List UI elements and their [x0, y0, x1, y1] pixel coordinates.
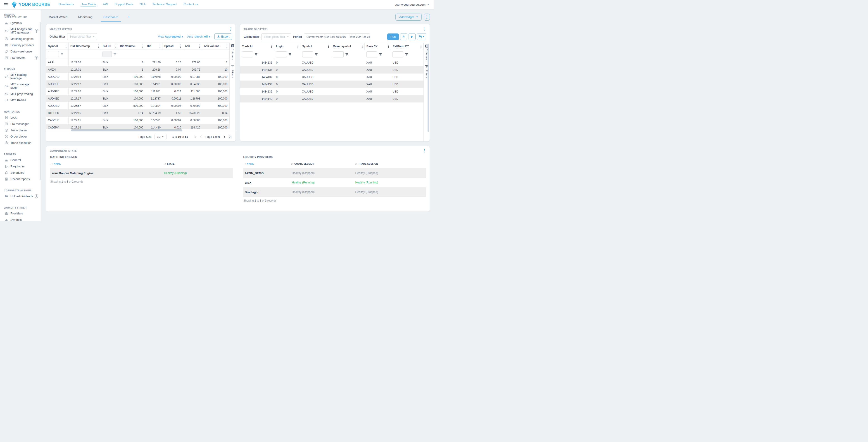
- column-menu-icon[interactable]: [271, 45, 272, 48]
- nav-link-support-desk[interactable]: Support Desk: [115, 2, 133, 7]
- dashboard-menu-button[interactable]: [424, 13, 430, 21]
- sidebar-item-symbols[interactable]: Symbols: [0, 217, 41, 221]
- liquidity-provider-row[interactable]: BidX Healthy (Running) Healthy (Running): [243, 178, 426, 187]
- add-widget-button[interactable]: Add widget▼: [396, 13, 422, 21]
- widget-menu-button[interactable]: [423, 149, 426, 153]
- schedule-button[interactable]: ▼: [417, 33, 426, 40]
- trade-blotter-row[interactable]: 14341360XAUUSDXAUUSD: [240, 59, 424, 66]
- filter-icon[interactable]: [345, 53, 348, 56]
- column-menu-icon[interactable]: [199, 44, 200, 48]
- filter-input-symbol[interactable]: [302, 51, 313, 58]
- liquidity-provider-row[interactable]: Broctagon Healthy (Stopped) Healthy (Sto…: [243, 187, 426, 197]
- liquidity-provider-row[interactable]: AXON_DEMO Healthy (Stopped) Healthy (Sto…: [243, 168, 426, 178]
- market-watch-row[interactable]: BTCUSD12:27:16BidX0.1465734.791.5065736.…: [46, 109, 229, 117]
- market-watch-row[interactable]: AUDNZD12:27:17BidX100,0001.187870.000111…: [46, 95, 229, 102]
- sidebar-item-order-blotter[interactable]: $ Order blotter: [0, 133, 41, 139]
- column-menu-icon[interactable]: [180, 44, 181, 48]
- sort-header-trade-session[interactable]: ↓↑TRADE SESSION: [355, 162, 426, 165]
- tab-dashboard[interactable]: Dashboard: [101, 12, 121, 22]
- column-menu-icon[interactable]: [421, 45, 422, 48]
- column-header-trade-id[interactable]: Trade Id: [240, 43, 274, 50]
- sidebar-item-logs[interactable]: Logs: [0, 114, 41, 121]
- filter-icon[interactable]: [379, 53, 382, 56]
- sidebar-item-recent-reports[interactable]: Recent reports: [0, 176, 41, 182]
- view-mode-dropdown[interactable]: View Aggregated ▼: [158, 35, 183, 38]
- filter-input-base-cy[interactable]: [367, 51, 377, 58]
- columns-panel-icon[interactable]: [231, 44, 235, 48]
- sidebar-item-providers[interactable]: Providers: [0, 210, 41, 217]
- add-tab-button[interactable]: +: [126, 15, 131, 19]
- sidebar-scrollbar[interactable]: [40, 9, 41, 221]
- filter-icon[interactable]: [255, 53, 257, 56]
- column-menu-icon[interactable]: [298, 45, 299, 48]
- trade-blotter-row[interactable]: 14341400XAUUSDXAUUSD: [240, 95, 424, 102]
- column-menu-icon[interactable]: [388, 45, 389, 48]
- vertical-scrollbar[interactable]: [428, 44, 429, 132]
- horizontal-scrollbar[interactable]: [46, 129, 236, 132]
- last-page-icon[interactable]: [229, 135, 231, 138]
- column-menu-icon[interactable]: [66, 44, 66, 48]
- sidebar-item-scheduled[interactable]: Scheduled: [0, 169, 41, 176]
- period-input[interactable]: Current month (Sun 1st Feb 00:00 — Wed 2…: [304, 33, 370, 40]
- column-menu-icon[interactable]: [115, 44, 116, 48]
- sidebar-item-mt5-coverage-plugin[interactable]: MT5 coverage plugin: [0, 81, 41, 91]
- export-button[interactable]: Export: [214, 33, 232, 40]
- market-watch-row[interactable]: CADJPY12:27:16BidX100,000114.4100.010114…: [46, 124, 229, 129]
- sidebar-item-mt4-prop-trading[interactable]: MT4 prop trading: [0, 91, 41, 97]
- logo[interactable]: YOUR BOURSE: [11, 1, 50, 8]
- market-watch-row[interactable]: CADCHF12:27:15BidX100,0000.565710.000090…: [46, 117, 229, 124]
- sidebar-item-upload-dividends[interactable]: Upload dividends: [0, 193, 41, 199]
- column-header-ask-volume[interactable]: Ask Volume: [202, 43, 229, 50]
- global-filter-select[interactable]: Select global filter▼: [261, 33, 291, 40]
- download-button[interactable]: [400, 33, 407, 40]
- column-menu-icon[interactable]: [328, 45, 329, 48]
- tab-monitoring[interactable]: Monitoring: [75, 12, 95, 22]
- sidebar-item-trade-execution[interactable]: $ Trade execution: [0, 139, 41, 146]
- market-watch-row[interactable]: AUDCHF12:27:17BidX100,0000.549210.000090…: [46, 81, 229, 88]
- nav-link-technical-support[interactable]: Technical Support: [152, 2, 177, 7]
- sidebar-item-matching-engines[interactable]: ¥ Matching engines: [0, 35, 41, 42]
- market-watch-row[interactable]: AAPL12:27:06BidX3271.400.25271.651: [46, 59, 229, 66]
- column-header-spread[interactable]: Spread: [162, 43, 183, 50]
- filters-panel-icon[interactable]: [231, 65, 234, 67]
- column-header-bid[interactable]: Bid: [145, 43, 162, 50]
- auto-refresh-dropdown[interactable]: Auto refresh: off ▼: [187, 35, 210, 38]
- market-watch-row[interactable]: AUDJPY12:27:16BidX100,000111.0710.014111…: [46, 88, 229, 95]
- sidebar-item-symbols[interactable]: Symbols: [0, 20, 41, 26]
- columns-panel-tab[interactable]: Columns: [231, 49, 234, 60]
- widget-menu-button[interactable]: [229, 27, 232, 31]
- prev-page-icon[interactable]: [200, 135, 202, 138]
- filter-input-maker-symbol[interactable]: [333, 51, 344, 58]
- column-menu-icon[interactable]: [362, 45, 363, 48]
- filter-input-ref-term-cy[interactable]: [393, 51, 403, 58]
- matching-engine-row[interactable]: Your Bourse Matching Engine Healthy (Run…: [50, 168, 233, 178]
- trade-blotter-row[interactable]: 14341370XAUUSDXAUUSD: [240, 73, 424, 81]
- column-header-login[interactable]: Login: [274, 43, 301, 50]
- filter-input-bid-lp[interactable]: [102, 51, 112, 57]
- filter-icon[interactable]: [61, 53, 63, 56]
- market-watch-row[interactable]: AMZN12:27:01BidX1209.680.04209.7210: [46, 66, 229, 73]
- add-circle-icon[interactable]: [35, 29, 38, 33]
- sidebar-item-fix-messages[interactable]: i FIX messages: [0, 121, 41, 127]
- trade-blotter-row[interactable]: 14341370XAUUSDXAUUSD: [240, 66, 424, 73]
- column-header-ask[interactable]: Ask: [183, 43, 202, 50]
- sidebar-item-trade-blotter[interactable]: $ Trade blotter: [0, 127, 41, 133]
- sidebar-item-data-warehouse[interactable]: Data warehouse: [0, 48, 41, 55]
- column-header-ref-term-cy[interactable]: Ref/Term CY: [391, 43, 423, 50]
- first-page-icon[interactable]: [194, 135, 196, 138]
- market-watch-row[interactable]: AUDCAD12:27:16BidX100,0000.970780.000090…: [46, 73, 229, 81]
- filter-icon[interactable]: [405, 53, 408, 56]
- column-menu-icon[interactable]: [226, 44, 227, 48]
- column-header-bid-volume[interactable]: Bid Volume: [118, 43, 145, 50]
- sort-header-name[interactable]: ↓↑NAME: [243, 162, 291, 165]
- trade-blotter-row[interactable]: 14341380XAUUSDXAUUSD: [240, 81, 424, 88]
- sidebar-item-mt5-floating-leverage[interactable]: MT5 floating leverage: [0, 72, 41, 81]
- column-header-bid-timestamp[interactable]: Bid Timestamp: [68, 43, 101, 50]
- nav-link-sla[interactable]: SLA: [140, 2, 146, 7]
- play-button[interactable]: [408, 33, 415, 40]
- filters-panel-tab[interactable]: Filters: [231, 70, 234, 78]
- sort-header-state[interactable]: ↓↑STATE: [163, 162, 233, 165]
- run-button[interactable]: Run: [387, 33, 399, 40]
- filter-input-trade-id[interactable]: [242, 51, 253, 58]
- global-filter-select[interactable]: Select global filter▼: [67, 33, 97, 40]
